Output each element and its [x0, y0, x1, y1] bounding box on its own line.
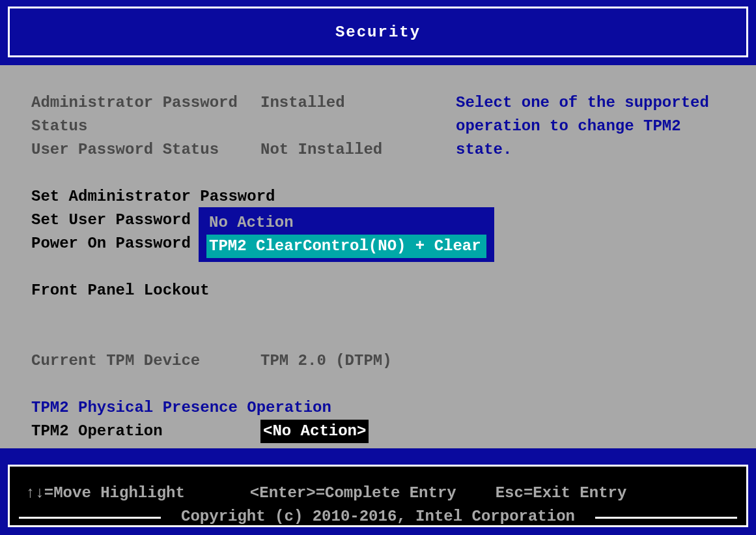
hint-esc: Esc=Exit Entry: [496, 484, 627, 502]
front-panel-lockout-item[interactable]: Front Panel Lockout: [31, 279, 725, 302]
help-text: Select one of the supported operation to…: [456, 91, 743, 162]
admin-password-status-value: Installed: [260, 91, 443, 138]
tpm2-section-heading: TPM2 Physical Presence Operation: [31, 396, 725, 420]
copyright-text: Copyright (c) 2010-2016, Intel Corporati…: [10, 508, 746, 525]
popup-option-tpm2-clear[interactable]: TPM2 ClearControl(NO) + Clear: [206, 235, 486, 258]
admin-password-status-label-text: Administrator Password Status: [31, 94, 238, 135]
tpm2-operation-popup: No Action TPM2 ClearControl(NO) + Clear: [197, 205, 496, 264]
footer-hints: ↑↓=Move Highlight <Enter>=Complete Entry…: [25, 484, 731, 502]
tpm2-operation-value[interactable]: <No Action>: [260, 420, 369, 443]
footer-bar: ↑↓=Move Highlight <Enter>=Complete Entry…: [8, 465, 748, 527]
current-tpm-device-label: Current TPM Device: [31, 349, 260, 373]
tpm2-operation-label[interactable]: TPM2 Operation: [31, 420, 260, 443]
user-password-status-label: User Password Status: [31, 138, 260, 162]
current-tpm-device-value: TPM 2.0 (DTPM): [260, 349, 392, 373]
hint-move: ↑↓=Move Highlight: [25, 484, 185, 502]
admin-password-status-label: Administrator Password Status: [31, 91, 260, 138]
hint-enter: <Enter>=Complete Entry: [250, 484, 456, 502]
page-title: Security: [335, 23, 421, 41]
user-password-status-value: Not Installed: [260, 138, 443, 162]
popup-option-no-action[interactable]: No Action: [206, 211, 486, 235]
header-bar: Security: [8, 7, 748, 57]
